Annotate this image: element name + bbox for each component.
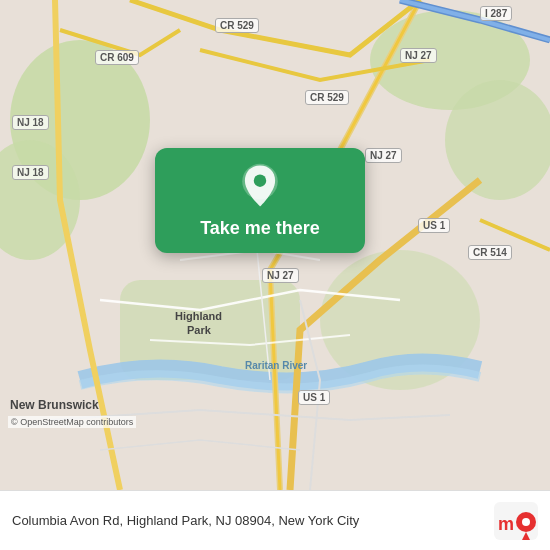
road-label-nj18-2: NJ 18 — [12, 165, 49, 180]
road-label-us1-1: US 1 — [418, 218, 450, 233]
place-highland-park2: Park — [187, 324, 211, 336]
road-label-nj27-mid: NJ 27 — [365, 148, 402, 163]
place-new-brunswick: New Brunswick — [10, 398, 99, 412]
address-text: Columbia Avon Rd, Highland Park, NJ 0890… — [12, 513, 359, 528]
place-highland-park: Highland — [175, 310, 222, 322]
location-pin-icon — [236, 162, 284, 210]
road-label-nj18-1: NJ 18 — [12, 115, 49, 130]
address-container: Columbia Avon Rd, Highland Park, NJ 0890… — [12, 511, 484, 530]
road-label-cr529-top: CR 529 — [215, 18, 259, 33]
bottom-bar: Columbia Avon Rd, Highland Park, NJ 0890… — [0, 490, 550, 550]
map-container: CR 529 CR 529 NJ 27 NJ 27 NJ 27 NJ 18 NJ… — [0, 0, 550, 490]
road-label-i287: I 287 — [480, 6, 512, 21]
take-me-there-label: Take me there — [200, 218, 320, 239]
moovit-logo-svg: m — [494, 502, 538, 540]
osm-credit: © OpenStreetMap contributors — [8, 416, 136, 428]
road-label-cr609: CR 609 — [95, 50, 139, 65]
svg-point-11 — [522, 518, 530, 526]
road-label-nj27-lower: NJ 27 — [262, 268, 299, 283]
svg-point-8 — [254, 174, 266, 186]
road-label-cr529-mid: CR 529 — [305, 90, 349, 105]
road-label-cr514: CR 514 — [468, 245, 512, 260]
place-raritan-river: Raritan River — [245, 360, 307, 371]
svg-text:m: m — [498, 514, 514, 534]
moovit-logo: m — [494, 502, 538, 540]
road-label-us1-2: US 1 — [298, 390, 330, 405]
take-me-there-button[interactable]: Take me there — [155, 148, 365, 253]
road-label-nj27-top: NJ 27 — [400, 48, 437, 63]
svg-point-4 — [445, 80, 550, 200]
